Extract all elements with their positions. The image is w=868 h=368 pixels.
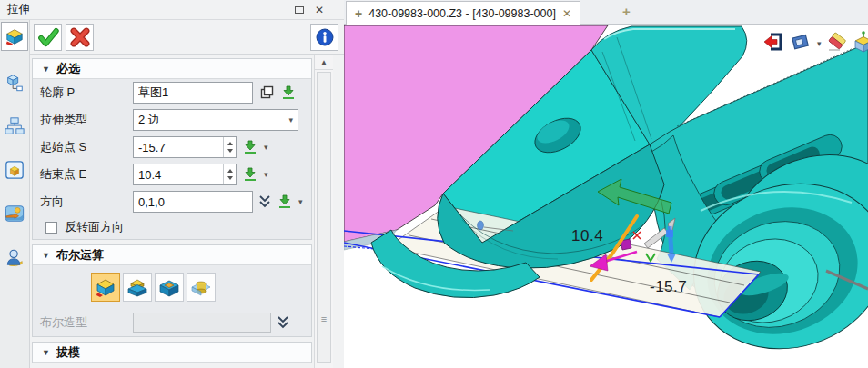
- boolean-base-icon: [95, 276, 116, 298]
- 3d-viewport-canvas[interactable]: 10.4 -15.7: [344, 25, 868, 368]
- end-distance-label[interactable]: 10.4: [571, 227, 603, 244]
- command-sidebar: [0, 20, 30, 368]
- erase-button[interactable]: [827, 32, 847, 55]
- expand-direction-button[interactable]: [258, 195, 271, 209]
- collapse-caret-icon: ▼: [42, 251, 50, 260]
- end-point-field: [133, 164, 237, 185]
- end-point-stepper[interactable]: [223, 164, 236, 184]
- boolean-shape-label: 布尔造型: [40, 314, 127, 331]
- tree-icon: [5, 116, 25, 136]
- sidebar-item-manager-tree[interactable]: [3, 114, 26, 138]
- boolean-intersect-icon: [190, 276, 212, 298]
- end-point-label: 结束点 E: [40, 166, 127, 183]
- eraser-icon: [827, 32, 847, 52]
- required-section-header[interactable]: ▼ 必选: [33, 59, 311, 79]
- tab-close-icon[interactable]: ✕: [562, 7, 571, 20]
- scroll-up-button[interactable]: ▲: [315, 55, 333, 70]
- view-plane-button[interactable]: [790, 31, 812, 56]
- triad-blue-box: [666, 230, 673, 237]
- scrollbar-grip-icon[interactable]: ≡: [315, 314, 333, 324]
- end-point-input[interactable]: [134, 164, 223, 184]
- dialog-toolbar: [30, 20, 344, 55]
- double-chevron-down-icon: [258, 195, 271, 209]
- sidebar-item-view-box[interactable]: [3, 158, 26, 182]
- document-viewport: + 430-09983-000.Z3 - [430-09983-000] ✕ +: [344, 0, 868, 368]
- chevron-down-icon[interactable]: ▾: [264, 143, 273, 152]
- boolean-intersect-button[interactable]: [187, 273, 216, 302]
- profile-input[interactable]: [133, 82, 253, 104]
- regen-box-button[interactable]: [853, 30, 868, 57]
- start-point-stepper[interactable]: [223, 137, 236, 157]
- boolean-section-header[interactable]: ▼ 布尔运算: [33, 245, 311, 265]
- sidebar-item-extrude[interactable]: [1, 22, 28, 51]
- pick-profile-button[interactable]: [280, 85, 297, 101]
- ok-button[interactable]: [34, 24, 62, 51]
- draft-section-header[interactable]: ▼ 拔模: [33, 343, 311, 363]
- reverse-face-label: 反转面方向: [65, 219, 124, 235]
- chevron-down-icon[interactable]: ▾: [298, 197, 304, 206]
- dialog-body: ▼ 必选 轮廓 P: [30, 55, 314, 368]
- boolean-group: ▼ 布尔运算: [32, 244, 312, 337]
- active-document-tab[interactable]: + 430-09983-000.Z3 - [430-09983-000] ✕: [346, 1, 580, 25]
- person-icon: [5, 247, 25, 267]
- panel-restore-icon[interactable]: [295, 6, 304, 14]
- info-icon: [314, 26, 336, 48]
- pin-box-icon: [853, 30, 868, 54]
- start-distance-label[interactable]: -15.7: [650, 278, 687, 295]
- green-arrow-down-icon: [280, 85, 297, 101]
- sidebar-item-render-image[interactable]: [3, 202, 26, 225]
- spinner-arrows-icon: [227, 166, 234, 183]
- panel-close-icon[interactable]: ✕: [315, 5, 324, 15]
- extrude-dialog-panel: 拉伸 ✕: [0, 0, 344, 368]
- start-point-row: 起始点 S: [33, 134, 311, 161]
- required-group: ▼ 必选 轮廓 P: [32, 58, 312, 240]
- exit-arrow-icon: [762, 31, 784, 53]
- start-point-input[interactable]: [134, 137, 223, 157]
- cancel-x-icon: [68, 25, 92, 49]
- view-plane-icon: [790, 31, 812, 53]
- green-arrow-down-icon: [242, 166, 258, 183]
- sidebar-item-user[interactable]: [3, 245, 26, 269]
- extrude-type-row: 拉伸类型 2 边 ▾: [33, 106, 311, 134]
- extrude-type-select[interactable]: 2 边 ▾: [133, 109, 298, 131]
- direction-input[interactable]: [133, 191, 253, 213]
- new-tab-button[interactable]: +: [622, 4, 631, 19]
- reverse-face-row: 反转面方向: [33, 215, 311, 239]
- draft-group: ▼ 拔模: [32, 342, 312, 363]
- copy-profile-button[interactable]: [258, 85, 275, 101]
- pick-start-button[interactable]: [242, 139, 258, 155]
- image-sun-icon: [5, 204, 25, 224]
- end-point-row: 结束点 E: [33, 161, 311, 188]
- datum-cube-icon: [5, 73, 25, 93]
- tab-pin-icon: +: [355, 6, 362, 21]
- direction-row: 方向 ▾: [33, 188, 311, 215]
- sidebar-item-datum[interactable]: [3, 71, 26, 94]
- pick-end-button[interactable]: [242, 166, 258, 183]
- extrude-type-label: 拉伸类型: [40, 112, 127, 128]
- chevron-down-icon: ▾: [288, 115, 293, 124]
- exit-sketch-button[interactable]: [762, 31, 784, 56]
- panel-titlebar: 拉伸 ✕: [0, 0, 344, 20]
- boolean-ops-row: [33, 265, 311, 309]
- direction-label: 方向: [40, 194, 127, 210]
- reverse-face-checkbox[interactable]: [45, 222, 57, 234]
- green-arrow-down-icon: [242, 139, 258, 155]
- document-tabbar: + 430-09983-000.Z3 - [430-09983-000] ✕ +: [344, 0, 868, 25]
- boolean-remove-button[interactable]: [155, 273, 184, 302]
- cancel-button[interactable]: [66, 24, 94, 51]
- collapse-caret-icon: ▼: [42, 65, 50, 74]
- boolean-add-button[interactable]: [123, 273, 152, 302]
- viewport-toolbar: ▾: [762, 30, 868, 57]
- boolean-shape-row: 布尔造型: [33, 309, 311, 336]
- chevron-down-icon[interactable]: ▾: [817, 39, 822, 48]
- ok-check-icon: [36, 25, 60, 49]
- boolean-add-icon: [126, 276, 148, 298]
- collapse-caret-icon: ▼: [42, 348, 50, 357]
- expand-shape-button[interactable]: [277, 316, 289, 330]
- chevron-down-icon[interactable]: ▾: [264, 170, 273, 179]
- boolean-base-button[interactable]: [91, 273, 120, 302]
- info-button[interactable]: [310, 24, 338, 51]
- profile-label: 轮廓 P: [40, 85, 127, 101]
- panel-scrollbar[interactable]: ▲ ≡: [314, 55, 333, 368]
- pick-direction-button[interactable]: [277, 194, 293, 210]
